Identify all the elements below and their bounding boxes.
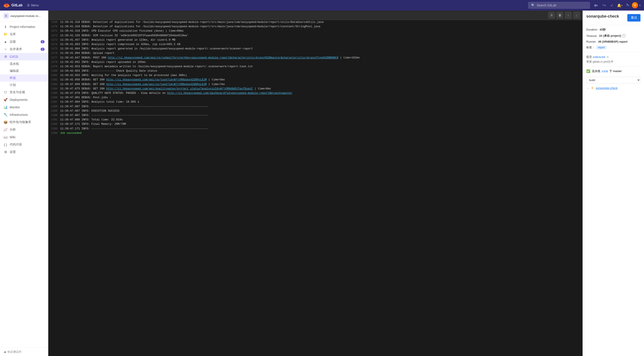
sidebar-item-monitor[interactable]: 📊 Monitor (0, 103, 48, 111)
sidebar-sub-item-pipelines[interactable]: 流水线 (0, 60, 48, 67)
nav-logo[interactable]: GitLab (4, 2, 22, 8)
log-line: 118011:39:42.053 INFO: -------------- Ch… (48, 69, 582, 73)
log-line: 117811:39:42.052 INFO: Analysis report u… (48, 60, 582, 64)
copy-commit-icon[interactable]: ⎘ (607, 55, 609, 59)
sidebar-item-security[interactable]: 🛡 安全与合规 (0, 89, 48, 96)
job-log-area[interactable]: ⎘ 🗑 ↑ ↓ 116911:39:41.318 DEBUG: Detectio… (48, 11, 582, 356)
job-status-icon: ⏸ (591, 86, 594, 90)
sidebar-item-repo[interactable]: 📁 仓库 (0, 31, 48, 38)
sidebar-item-label: 议题 (10, 40, 16, 44)
sidebar-item-label: 代码片段 (10, 143, 22, 146)
trash-icon: 🗑 (558, 14, 562, 17)
sidebar-sub-item-jobs[interactable]: 作业 (0, 75, 48, 82)
create-new-button[interactable]: ⊕ ▾ (592, 2, 600, 9)
chevron-down-icon: ▾ (628, 4, 629, 7)
sidebar-item-analytics[interactable]: 📈 分析 (0, 126, 48, 133)
nav-icon-group: ⊕ ▾ ⑂ ▾ ✓ 🔔 ▾ ? ▾ U ▾ (592, 2, 640, 9)
log-line-text: 11:39:41.457 INFO: Analysis report gener… (60, 38, 582, 42)
log-link[interactable]: http://ci.hkeasyspeed.com/api/ce/task?id… (106, 83, 207, 86)
pipeline-success-icon: ✅ (586, 69, 590, 73)
sidebar-item-label: Deployments (10, 98, 28, 102)
pipeline-info: ✅ 流水线 #308 于 master (586, 69, 640, 73)
log-line-number: 1187 (48, 100, 60, 104)
clear-log-button[interactable]: 🗑 (557, 12, 563, 19)
log-line: 118511:39:47.079 INFO: QUALITY GATE STAT… (48, 91, 582, 95)
timeout-value: 1h (来自 project) (599, 34, 621, 38)
sidebar-item-label: 分析 (10, 128, 16, 132)
merge-icon: ⑂ (4, 48, 8, 51)
help-button[interactable]: ? ▾ (624, 2, 631, 9)
scroll-bottom-button[interactable]: ↓ (573, 12, 580, 19)
log-line-text: 11:39:47.079 INFO: QUALITY GATE STATUS: … (60, 91, 582, 95)
sidebar-sub-item-editor[interactable]: 编辑器 (0, 67, 48, 75)
log-line: 117511:39:41.884 INFO: Analysis report g… (48, 47, 582, 51)
log-line-text: 11:39:47.171 INFO: ---------------------… (60, 127, 582, 131)
plus-icon: ⊕ (594, 3, 597, 8)
commit-message: 更新.gitlab-ci.yml文件 (586, 60, 640, 64)
sidebar-item-packages[interactable]: 📦 软件包与镜像库 (0, 118, 48, 126)
copy-log-button[interactable]: ⎘ (548, 12, 555, 19)
pipeline-label: 流水线 (592, 69, 600, 73)
sidebar-item-cicd[interactable]: ⚙ CI/CD (0, 53, 48, 60)
infrastructure-icon: 🔧 (4, 113, 8, 117)
log-line: 118211:39:42.058 DEBUG: GET 200 http://c… (48, 78, 582, 82)
log-line: 118311:39:47.069 DEBUG: GET 200 http://c… (48, 82, 582, 87)
sidebar-collapse-button[interactable]: ◀ 收起侧边栏 (0, 347, 48, 356)
log-line-text: 11:39:41.883 INFO: Analysis report compr… (60, 42, 582, 47)
retry-button[interactable]: 重试 (627, 14, 640, 22)
log-line: 119111:39:47.088 INFO: Total time: 22.91… (48, 118, 582, 122)
log-line-number: 1175 (48, 47, 60, 51)
log-link[interactable]: http://ci.hkeasyspeed.com/api/qualitygat… (106, 87, 253, 90)
sidebar-sub-label: 计划 (10, 83, 16, 87)
log-link[interactable]: http://ci.hkeasyspeed.com/dashboard?id=e… (167, 92, 292, 95)
log-line: 117111:39:41.319 INFO: CPD Executor CPD … (48, 29, 582, 33)
merge-requests-nav-button[interactable]: ⑂ ▾ (600, 2, 607, 9)
sidebar-item-settings[interactable]: ⚙ 设置 (0, 148, 48, 156)
sidebar-item-wiki[interactable]: 📖 Wiki (0, 133, 48, 141)
sidebar-item-project-info[interactable]: ℹ Project information (0, 23, 48, 31)
global-search[interactable]: 🔍 Search GitLab (528, 2, 590, 9)
log-line-number: 1169 (48, 20, 60, 24)
sidebar-item-infrastructure[interactable]: 🔧 Infrastructure (0, 111, 48, 118)
pipeline-branch-text: 于 master (609, 69, 622, 73)
tags-info: 标签： report (586, 46, 640, 50)
top-navigation: GitLab ☰ Menu 🔍 Search GitLab ⊕ ▾ ⑂ ▾ ✓ … (0, 0, 644, 11)
tag-badge: report (596, 46, 606, 50)
user-avatar[interactable]: U (632, 2, 638, 8)
sidebar-item-deployments[interactable]: 🚀 Deployments (0, 96, 48, 103)
log-line: 117011:39:41.319 DEBUG: Detection of dup… (48, 24, 582, 29)
sidebar-item-label: CI/CD (10, 55, 18, 58)
commit-hash-link[interactable]: ed9cbcb9 (593, 55, 605, 59)
job-name-link[interactable]: sonarqube-check (596, 86, 618, 90)
chevron-down-icon: ▾ (604, 4, 606, 7)
pipeline-number-link[interactable]: #308 (602, 70, 608, 73)
sidebar-item-issues[interactable]: ● 议题 0 (0, 38, 48, 46)
sidebar-item-label: 安全与合规 (10, 90, 25, 94)
timeout-help-icon[interactable]: ? (622, 34, 626, 38)
log-line-text: 11:39:47.087 INFO: ---------------------… (60, 104, 582, 109)
question-icon: ? (626, 3, 628, 7)
duration-info: Duration: 43秒 (586, 28, 640, 32)
issues-nav-button[interactable]: ✓ (608, 2, 615, 9)
log-line-text: 11:39:41.319 DEBUG: Detection of duplica… (60, 24, 582, 29)
sidebar-item-label: 设置 (10, 150, 16, 154)
sidebar-item-snippets[interactable]: { } 代码片段 (0, 141, 48, 148)
log-line-text: 11:39:47.075 DEBUG: GET 200 http://ci.hk… (60, 87, 582, 91)
log-line: 118611:39:47.081 DEBUG: Post-jobs : (48, 95, 582, 100)
log-link[interactable]: http://ci.hkeasyspeed.com/api/ce/submit?… (108, 56, 338, 59)
log-link[interactable]: http://ci.hkeasyspeed.com/api/ce/task?id… (106, 78, 207, 81)
log-line-text: 11:39:47.171 INFO: Final Memory: 20M/70M (60, 122, 582, 126)
merge-request-icon: ⑂ (602, 3, 604, 7)
runner-label: Runner: (586, 40, 596, 43)
sidebar-sub-item-schedules[interactable]: 计划 (0, 82, 48, 89)
log-line-number: 1182 (48, 78, 60, 82)
project-selector[interactable]: E easyspeed-module-re... (0, 11, 48, 21)
log-line-number: 1188 (48, 104, 60, 109)
nav-menu-button[interactable]: ☰ Menu (25, 3, 40, 8)
log-line-text: 11:39:41.319 INFO: CPD Executor CPD calc… (60, 29, 582, 33)
notifications-button[interactable]: 🔔 ▾ (616, 2, 623, 9)
sidebar-item-merge-requests[interactable]: ⑂ 合并请求 0 (0, 46, 48, 53)
scroll-top-button[interactable]: ↑ (565, 12, 572, 19)
build-stage-select[interactable]: build (586, 77, 640, 84)
log-line-number: 1172 (48, 33, 60, 38)
